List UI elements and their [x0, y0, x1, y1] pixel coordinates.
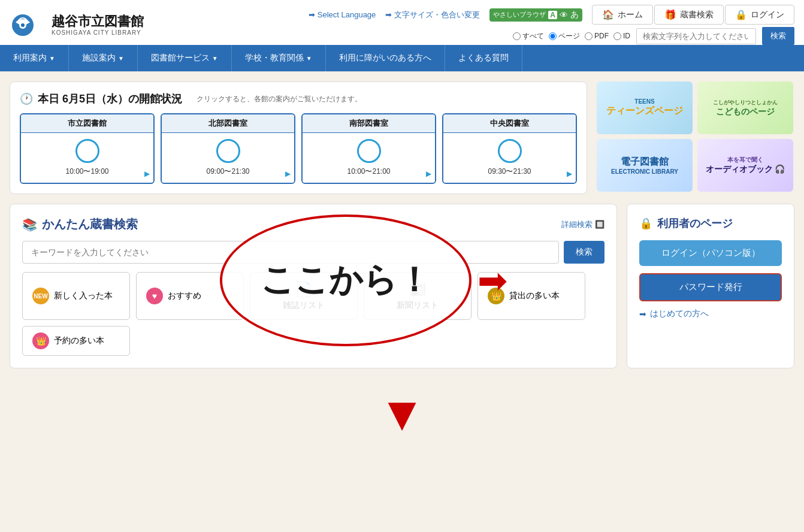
book-search-title-text: かんたん蔵書検索 [42, 216, 138, 232]
library-card-shimin[interactable]: 市立図書館 10:00〜19:00 [20, 113, 155, 184]
quick-link-rec-label: おすすめ [168, 291, 201, 301]
nav-label-riyoannai: 利用案内 [13, 53, 47, 64]
header-search-input[interactable] [636, 28, 756, 44]
accessible-label: やさしいブラウザ [493, 10, 546, 19]
radio-page[interactable]: ページ [549, 31, 580, 41]
arrow-circle-icon: ➡ [309, 10, 315, 19]
nav-item-barrier[interactable]: 利用に障がいのある方へ [326, 45, 445, 71]
caret-icon2: ▼ [118, 55, 124, 62]
main-content: 🕐 本日 6月5日（水）の開館状況 クリックすると、各館の案内がご覧いただけます… [0, 72, 804, 444]
heart-icon: ♥ [146, 288, 163, 304]
quick-link-new-label: 新しく入った本 [54, 291, 113, 301]
user-area: 🔒 利用者のページ ログイン（パソコン版） パスワード発行 ➡ はじめての方へ [627, 204, 794, 368]
search-radio-group: すべて ページ PDF ID [513, 31, 630, 41]
quick-links: NEW 新しく入った本 ♥ おすすめ 📄 雑誌リスト 📰 新聞リスト [22, 272, 604, 356]
crown-popular-icon: 👑 [488, 288, 504, 304]
library-time-hokubu: 09:00〜21:30 [168, 167, 288, 177]
quick-link-popular[interactable]: 👑 貸出の多い本 [477, 272, 585, 320]
nav-label-school: 学校・教育関係 [245, 53, 304, 64]
radio-all[interactable]: すべて [513, 31, 544, 41]
quick-link-reserved[interactable]: 👑 予約の多い本 [22, 326, 130, 356]
nav-item-faq[interactable]: よくある質問 [445, 45, 522, 71]
home-button[interactable]: 🏠 ホーム [592, 5, 653, 25]
password-issue-button[interactable]: パスワード発行 [639, 273, 782, 301]
library-body-chuo: 09:30〜21:30 [443, 133, 576, 183]
nav-item-riyoannai[interactable]: 利用案内 ▼ [0, 45, 69, 71]
teens-label: ティーンズページ [606, 105, 683, 117]
open-circle-nanbu [357, 139, 381, 163]
firsttime-link[interactable]: ➡ はじめての方へ [639, 309, 782, 319]
library-body-shimin: 10:00〜19:00 [21, 133, 153, 183]
advanced-search-link[interactable]: 詳細検索 🔲 [561, 219, 604, 230]
library-card-chuo[interactable]: 中央図書室 09:30〜21:30 [442, 113, 577, 184]
books-icon: 📚 [22, 217, 37, 232]
quick-link-popular-label: 貸出の多い本 [509, 291, 560, 301]
quick-link-new[interactable]: NEW 新しく入った本 [22, 272, 130, 320]
login-pc-button[interactable]: ログイン（パソコン版） [639, 240, 782, 266]
newspaper-icon: 📰 [409, 281, 427, 298]
libraries-grid: 市立図書館 10:00〜19:00 北部図書室 09:00〜21:30 南部図書… [20, 113, 577, 184]
book-search-input[interactable] [22, 241, 559, 264]
side-banners-bottom-row: 電子図書館 ELECTRONIC LIBRARY 本を耳で聞く オーディオブック… [597, 139, 794, 192]
search-section: 📚 かんたん蔵書検索 詳細検索 🔲 検索 NEW 新しく入った本 ♥ おすすめ [0, 204, 804, 378]
teens-banner[interactable]: TEENS ティーンズページ [597, 81, 693, 134]
library-name-chuo: 中央図書室 [443, 114, 576, 133]
kids-banner[interactable]: こしがやしりつとしょかん こどものページ [697, 81, 793, 134]
book-search-submit[interactable]: 検索 [564, 241, 604, 264]
nav-item-school[interactable]: 学校・教育関係 ▼ [232, 45, 326, 71]
nav-label-faq: よくある質問 [458, 53, 509, 64]
side-banners: TEENS ティーンズページ こしがやしりつとしょかん こどものページ 電子図書… [597, 81, 794, 194]
book-search-box: 📚 かんたん蔵書検索 詳細検索 🔲 検索 NEW 新しく入った本 ♥ おすすめ [10, 204, 617, 368]
nav-bar: 利用案内 ▼ 施設案内 ▼ 図書館サービス ▼ 学校・教育関係 ▼ 利用に障がい… [0, 45, 804, 71]
home-icon: 🏠 [602, 9, 614, 20]
firsttime-label: はじめての方へ [650, 309, 709, 319]
library-time-shimin: 10:00〜19:00 [27, 167, 147, 177]
library-name-hokubu: 北部図書室 [162, 114, 294, 133]
audio-label: オーディオブック 🎧 [706, 164, 785, 175]
caret-icon3: ▼ [212, 55, 218, 62]
header-right: ➡ Select Language ➡ 文字サイズ・色合い変更 やさしいブラウザ… [309, 5, 794, 45]
user-area-title-text: 利用者のページ [657, 216, 733, 231]
logo-area: 越谷市立図書館 KOSHIGAYA CITY LIBRARY [10, 10, 144, 40]
audio-sublabel: 本を耳で聞く [727, 156, 763, 164]
header-search-row: すべて ページ PDF ID 検索 [513, 27, 794, 45]
book-search-input-row: 検索 [22, 241, 604, 264]
nav-item-service[interactable]: 図書館サービス ▼ [138, 45, 232, 71]
arrow-icon: ➡ [639, 309, 646, 319]
arrow-circle-icon2: ➡ [385, 10, 392, 19]
accessible-icon-a: A [548, 11, 557, 19]
book-search-title-row: 📚 かんたん蔵書検索 詳細検索 🔲 [22, 216, 604, 232]
logo-text: 越谷市立図書館 KOSHIGAYA CITY LIBRARY [52, 14, 144, 36]
header-search-button[interactable]: 検索 [762, 27, 794, 45]
caret-icon: ▼ [49, 55, 55, 62]
quick-link-magazine[interactable]: 📄 雑誌リスト [250, 272, 358, 320]
quick-link-recommended[interactable]: ♥ おすすめ [136, 272, 244, 320]
catalog-icon: 🎁 [664, 9, 676, 20]
opening-title-text: 本日 6月5日（水）の開館状況 [38, 92, 182, 106]
banner-section: 🕐 本日 6月5日（水）の開館状況 クリックすると、各館の案内がご覧いただけます… [0, 72, 804, 204]
library-card-nanbu[interactable]: 南部図書室 10:00〜21:00 [301, 113, 436, 184]
accessible-browser-button[interactable]: やさしいブラウザ A 👁 あ [489, 8, 582, 22]
library-card-hokubu[interactable]: 北部図書室 09:00〜21:30 [161, 113, 295, 184]
svg-point-2 [21, 23, 25, 27]
user-area-title-row: 🔒 利用者のページ [639, 216, 782, 231]
logo-icon [10, 10, 46, 40]
quick-link-magazine-label: 雑誌リスト [283, 300, 325, 311]
accessible-icon-eye: 👁 [560, 10, 568, 20]
nav-item-shisetsu[interactable]: 施設案内 ▼ [69, 45, 138, 71]
ebook-banner[interactable]: 電子図書館 ELECTRONIC LIBRARY [597, 139, 693, 192]
kids-label: こどものページ [716, 107, 775, 117]
quick-link-newspaper[interactable]: 📰 新聞リスト [364, 272, 471, 320]
nav-label-service: 図書館サービス [151, 53, 210, 64]
audio-banner[interactable]: 本を耳で聞く オーディオブック 🎧 [697, 139, 793, 192]
login-header-button[interactable]: 🔒 ログイン [725, 5, 794, 25]
side-banners-top-row: TEENS ティーンズページ こしがやしりつとしょかん こどものページ [597, 81, 794, 134]
catalog-search-button[interactable]: 🎁 蔵書検索 [654, 5, 724, 25]
font-color-button[interactable]: ➡ 文字サイズ・色合い変更 [385, 10, 480, 20]
radio-id[interactable]: ID [613, 32, 630, 40]
library-time-nanbu: 10:00〜21:00 [309, 167, 429, 177]
select-language[interactable]: ➡ Select Language [309, 10, 376, 19]
caret-icon4: ▼ [306, 55, 312, 62]
nav-label-barrier: 利用に障がいのある方へ [339, 53, 431, 64]
radio-pdf[interactable]: PDF [585, 32, 609, 40]
